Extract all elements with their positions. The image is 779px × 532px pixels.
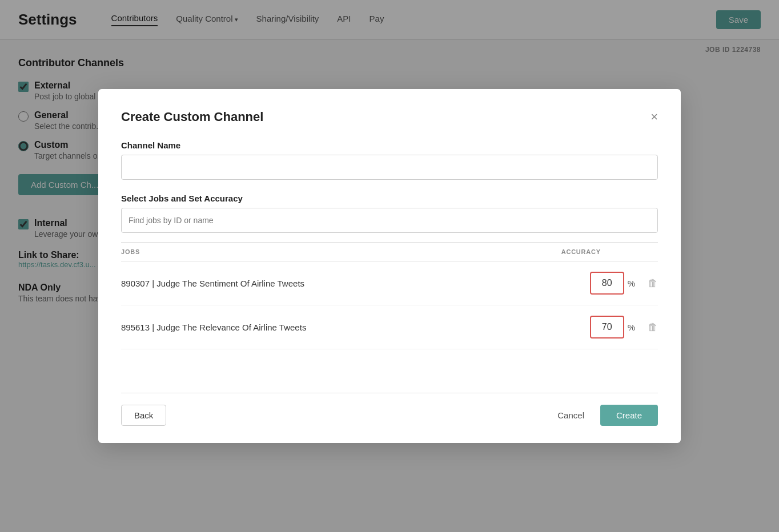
percent-label-1: % (628, 323, 635, 332)
delete-button-0[interactable]: 🗑 (648, 277, 658, 289)
job-label: 890307 | Judge The Sentiment Of Airline … (121, 261, 488, 305)
accuracy-input-1[interactable] (590, 316, 624, 338)
create-button[interactable]: Create (600, 405, 658, 426)
delete-cell-1: 🗑 (635, 305, 658, 349)
cancel-button[interactable]: Cancel (551, 405, 591, 425)
table-row: 895613 | Judge The Relevance Of Airline … (121, 305, 658, 349)
modal-footer: Back Cancel Create (121, 393, 658, 426)
table-row: 890307 | Judge The Sentiment Of Airline … (121, 261, 658, 305)
modal-header: Create Custom Channel × (121, 110, 658, 124)
channel-name-input[interactable] (121, 155, 658, 180)
jobs-table: JOBS ACCURACY 890307 | Judge The Sentime… (121, 242, 658, 349)
modal-overlay: Create Custom Channel × Channel Name Sel… (0, 0, 779, 532)
delete-button-1[interactable]: 🗑 (648, 321, 658, 333)
accuracy-input-0[interactable] (590, 272, 624, 295)
accuracy-cell: % (488, 261, 635, 305)
col-header-jobs: JOBS (121, 243, 488, 261)
select-jobs-label: Select Jobs and Set Accuracy (121, 194, 658, 203)
percent-label-0: % (628, 279, 635, 288)
delete-cell-0: 🗑 (635, 261, 658, 305)
back-button[interactable]: Back (121, 405, 166, 426)
create-custom-channel-modal: Create Custom Channel × Channel Name Sel… (98, 89, 681, 443)
footer-actions: Cancel Create (551, 405, 658, 426)
accuracy-cell: % (488, 305, 635, 349)
channel-name-label: Channel Name (121, 140, 658, 150)
col-header-accuracy: ACCURACY (488, 243, 635, 261)
close-button[interactable]: × (650, 111, 658, 123)
modal-title: Create Custom Channel (121, 110, 263, 124)
job-label: 895613 | Judge The Relevance Of Airline … (121, 305, 488, 349)
search-jobs-input[interactable] (121, 208, 658, 233)
